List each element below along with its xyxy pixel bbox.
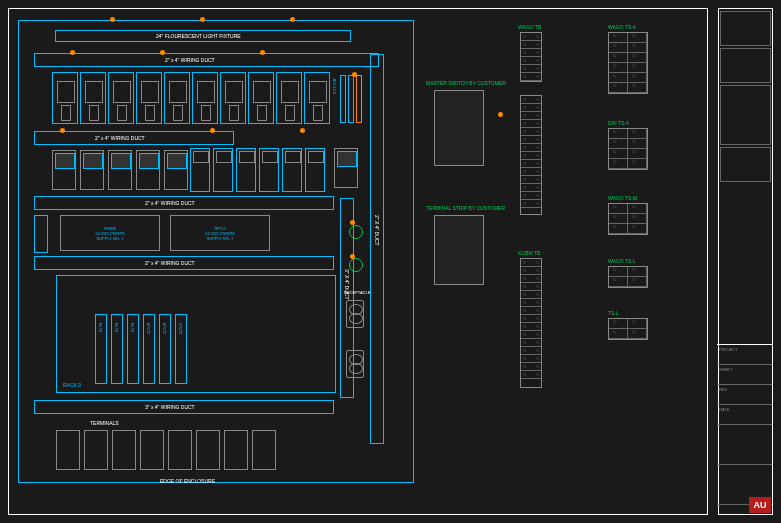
wiring-duct[interactable]: 2" x 4" WIRING DUCT — [34, 256, 334, 270]
card-label: AO1732 — [162, 323, 166, 334]
terminal[interactable] — [196, 430, 220, 470]
io-card[interactable]: AI1732 — [111, 314, 123, 384]
duct-label: 2" x 4" WIRING DUCT — [145, 260, 195, 266]
relay[interactable] — [164, 150, 188, 190]
terminal[interactable] — [56, 430, 80, 470]
terminal[interactable] — [84, 430, 108, 470]
duct-label: 3" x 4" WIRING DUCT — [145, 404, 195, 410]
stb-label: WAGO TS-L — [608, 258, 636, 264]
breaker-row — [52, 72, 362, 124]
plc-rack[interactable]: RACK 0 AI1732 AI1732 AI1732 AO1732 AO173… — [56, 275, 336, 393]
switch-icon[interactable] — [349, 225, 363, 239]
duct-label: 2" X 4" DUCT — [374, 215, 380, 246]
io-card[interactable]: AO1732 — [143, 314, 155, 384]
fuse-block[interactable] — [340, 75, 364, 123]
terminal[interactable] — [140, 430, 164, 470]
title-panel: PROJECT SHEET REV DATE — [718, 8, 773, 515]
annotation-dot[interactable] — [498, 112, 503, 117]
power-supply[interactable]: RPCS 24 VDC PWSPS SUPPLY NO. 2 — [170, 215, 270, 251]
card-label: DO1732 — [178, 323, 182, 334]
edge-label: EDGE OF ENCLOSURE — [160, 478, 215, 484]
contactor[interactable] — [190, 148, 210, 192]
relay[interactable] — [108, 150, 132, 190]
annotation-dot[interactable] — [160, 50, 165, 55]
wiring-duct[interactable]: 2" x 4" WIRING DUCT — [34, 53, 379, 67]
circuit-breaker[interactable] — [220, 72, 246, 124]
annotation-dot[interactable] — [260, 50, 265, 55]
annotation-dot[interactable] — [200, 17, 205, 22]
terminal-block[interactable] — [608, 32, 648, 94]
junction-box[interactable] — [434, 215, 484, 285]
contactor[interactable] — [259, 148, 279, 192]
annotation-dot[interactable] — [290, 17, 295, 22]
fuse[interactable] — [356, 75, 362, 123]
circuit-breaker[interactable] — [304, 72, 330, 124]
circuit-breaker[interactable] — [164, 72, 190, 124]
receptacle[interactable] — [346, 350, 364, 378]
io-card[interactable]: AI1732 — [127, 314, 139, 384]
terminal-block[interactable] — [608, 203, 648, 235]
terminal-block[interactable] — [608, 266, 648, 288]
terminal-strip[interactable] — [520, 95, 542, 215]
ps-sub: SUPPLY NO. 2 — [207, 236, 234, 241]
circuit-breaker[interactable] — [108, 72, 134, 124]
fuse[interactable] — [340, 75, 346, 123]
annotation-dot[interactable] — [60, 128, 65, 133]
wiring-duct[interactable]: 2" x 4" WIRING DUCT — [34, 196, 334, 210]
ts-label: WAGO TB — [518, 24, 541, 30]
receptacle[interactable] — [346, 300, 364, 328]
contactor[interactable] — [213, 148, 233, 192]
cad-canvas[interactable]: PROJECT SHEET REV DATE 24" FLOURESCENT L… — [0, 0, 781, 523]
annotation-dot[interactable] — [70, 50, 75, 55]
device[interactable] — [334, 148, 358, 188]
relay-row — [52, 150, 188, 190]
terminal[interactable] — [168, 430, 192, 470]
contactor[interactable] — [305, 148, 325, 192]
panel-slot — [720, 11, 771, 46]
terminal[interactable] — [252, 430, 276, 470]
circuit-breaker[interactable] — [80, 72, 106, 124]
switch-icon[interactable] — [349, 258, 363, 272]
stb-label: WAGO TS-M — [608, 195, 637, 201]
annotation-dot[interactable] — [110, 17, 115, 22]
jdx-label: JDX LUX — [332, 78, 337, 94]
wiring-duct-v[interactable]: 2" X 4" DUCT — [370, 54, 384, 444]
circuit-breaker[interactable] — [52, 72, 78, 124]
annotation-dot[interactable] — [210, 128, 215, 133]
io-card[interactable]: AO1732 — [159, 314, 171, 384]
contactor[interactable] — [282, 148, 302, 192]
tb-label: SHEET — [717, 365, 772, 374]
card-label: AI1732 — [98, 323, 102, 333]
terminal[interactable] — [112, 430, 136, 470]
io-card[interactable]: DO1732 — [175, 314, 187, 384]
terminal-block[interactable] — [608, 318, 648, 340]
relay[interactable] — [136, 150, 160, 190]
terminal-strip[interactable] — [520, 258, 542, 388]
annotation-dot[interactable] — [350, 220, 355, 225]
wiring-duct[interactable]: 3" x 4" WIRING DUCT — [34, 400, 334, 414]
junction-box[interactable] — [434, 90, 484, 166]
wiring-duct[interactable]: 2" x 4" WIRING DUCT — [34, 131, 234, 145]
duct-label: 2" x 4" WIRING DUCT — [145, 200, 195, 206]
relay[interactable] — [52, 150, 76, 190]
circuit-breaker[interactable] — [192, 72, 218, 124]
wiring-duct-v[interactable] — [34, 215, 48, 253]
contactor[interactable] — [236, 148, 256, 192]
circuit-breaker[interactable] — [136, 72, 162, 124]
io-card[interactable]: AI1732 — [95, 314, 107, 384]
duct-label: 2" x 4" WIRING DUCT — [95, 135, 145, 141]
annotation-dot[interactable] — [350, 254, 355, 259]
power-supply[interactable]: RSEM 24 VDC PWSPS SUPPLY NO. 1 — [60, 215, 160, 251]
fuse[interactable] — [348, 75, 354, 123]
terminal-block[interactable] — [608, 128, 648, 170]
relay[interactable] — [80, 150, 104, 190]
terminal-strip[interactable] — [520, 32, 542, 82]
annotation-dot[interactable] — [352, 72, 357, 77]
terminal[interactable] — [224, 430, 248, 470]
circuit-breaker[interactable] — [248, 72, 274, 124]
card-row: AI1732 AI1732 AI1732 AO1732 AO1732 DO173… — [95, 314, 187, 384]
circuit-breaker[interactable] — [276, 72, 302, 124]
terminals-label: TERMINALS — [90, 420, 119, 426]
light-fixture[interactable]: 24" FLOURESCENT LIGHT FIXTURE — [55, 30, 351, 42]
annotation-dot[interactable] — [300, 128, 305, 133]
